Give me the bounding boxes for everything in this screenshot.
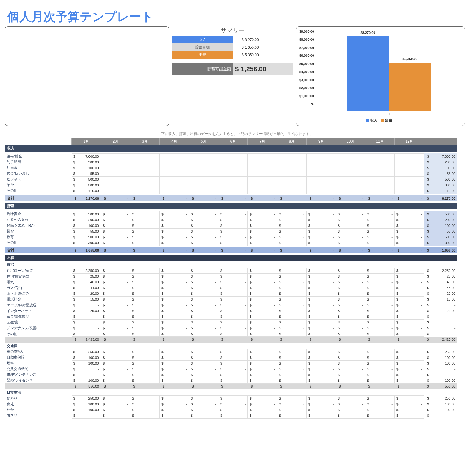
amount-cell[interactable] bbox=[101, 171, 130, 176]
amount-cell[interactable]: $- bbox=[160, 223, 189, 228]
amount-cell[interactable]: $- bbox=[307, 401, 336, 407]
amount-cell[interactable]: $- bbox=[365, 228, 394, 234]
amount-cell[interactable]: $- bbox=[160, 302, 189, 308]
amount-cell[interactable]: $- bbox=[336, 302, 365, 308]
amount-cell[interactable]: $- bbox=[365, 285, 394, 291]
amount-cell[interactable]: $44.00 bbox=[72, 285, 101, 291]
amount-cell[interactable]: $- bbox=[248, 211, 277, 217]
amount-cell[interactable] bbox=[189, 159, 218, 165]
amount-cell[interactable]: $- bbox=[130, 396, 159, 401]
amount-cell[interactable]: $- bbox=[189, 268, 218, 274]
amount-cell[interactable]: $- bbox=[101, 314, 130, 320]
amount-cell[interactable]: $- bbox=[336, 308, 365, 314]
amount-cell[interactable]: $- bbox=[218, 349, 248, 355]
amount-cell[interactable]: $- bbox=[395, 217, 424, 223]
amount-cell[interactable]: $- bbox=[277, 360, 306, 366]
amount-cell[interactable] bbox=[189, 171, 218, 176]
amount-cell[interactable]: $- bbox=[101, 331, 130, 337]
amount-cell[interactable]: $- bbox=[218, 378, 248, 383]
amount-cell[interactable]: $- bbox=[218, 234, 248, 240]
amount-cell[interactable]: $- bbox=[248, 302, 277, 308]
amount-cell[interactable]: $- bbox=[101, 407, 130, 413]
amount-cell[interactable] bbox=[277, 159, 306, 165]
amount-cell[interactable]: $- bbox=[189, 240, 218, 246]
amount-cell[interactable]: $- bbox=[395, 268, 424, 274]
amount-cell[interactable] bbox=[277, 171, 306, 176]
amount-cell[interactable] bbox=[130, 165, 159, 171]
amount-cell[interactable]: $- bbox=[189, 308, 218, 314]
amount-cell[interactable] bbox=[218, 159, 248, 165]
amount-cell[interactable]: $- bbox=[160, 285, 189, 291]
amount-cell[interactable] bbox=[160, 182, 189, 188]
amount-cell[interactable]: $- bbox=[336, 268, 365, 274]
amount-cell[interactable]: $- bbox=[218, 279, 248, 285]
amount-cell[interactable] bbox=[395, 159, 424, 165]
amount-cell[interactable] bbox=[277, 188, 306, 194]
amount-cell[interactable]: $- bbox=[101, 291, 130, 297]
amount-cell[interactable]: $- bbox=[395, 413, 424, 419]
amount-cell[interactable]: $- bbox=[218, 285, 248, 291]
amount-cell[interactable]: $- bbox=[307, 413, 336, 419]
amount-cell[interactable] bbox=[101, 153, 130, 159]
amount-cell[interactable]: $- bbox=[248, 320, 277, 325]
amount-cell[interactable]: $- bbox=[218, 274, 248, 279]
amount-cell[interactable]: $- bbox=[101, 366, 130, 372]
amount-cell[interactable]: $- bbox=[72, 314, 101, 320]
amount-cell[interactable]: $- bbox=[395, 360, 424, 366]
amount-cell[interactable]: $- bbox=[365, 366, 394, 372]
amount-cell[interactable] bbox=[277, 182, 306, 188]
amount-cell[interactable] bbox=[189, 176, 218, 182]
amount-cell[interactable]: $- bbox=[189, 372, 218, 378]
amount-cell[interactable] bbox=[160, 188, 189, 194]
amount-cell[interactable]: $- bbox=[336, 285, 365, 291]
amount-cell[interactable]: $- bbox=[307, 268, 336, 274]
amount-cell[interactable] bbox=[218, 171, 248, 176]
amount-cell[interactable] bbox=[160, 153, 189, 159]
amount-cell[interactable]: $- bbox=[336, 223, 365, 228]
amount-cell[interactable]: $- bbox=[160, 366, 189, 372]
amount-cell[interactable]: $- bbox=[130, 228, 159, 234]
amount-cell[interactable]: $- bbox=[395, 407, 424, 413]
amount-cell[interactable]: $- bbox=[130, 372, 159, 378]
amount-cell[interactable]: $500.00 bbox=[72, 211, 101, 217]
amount-cell[interactable]: $- bbox=[365, 407, 394, 413]
amount-cell[interactable]: $- bbox=[336, 372, 365, 378]
amount-cell[interactable]: $- bbox=[395, 401, 424, 407]
amount-cell[interactable]: $100.00 bbox=[72, 401, 101, 407]
amount-cell[interactable]: $- bbox=[365, 360, 394, 366]
amount-cell[interactable]: $- bbox=[248, 372, 277, 378]
amount-cell[interactable]: $- bbox=[336, 366, 365, 372]
amount-cell[interactable]: $- bbox=[365, 396, 394, 401]
amount-cell[interactable]: $- bbox=[395, 325, 424, 331]
amount-cell[interactable]: $- bbox=[189, 320, 218, 325]
amount-cell[interactable]: $- bbox=[248, 314, 277, 320]
amount-cell[interactable]: $25.00 bbox=[72, 274, 101, 279]
amount-cell[interactable]: $- bbox=[130, 223, 159, 228]
amount-cell[interactable]: $- bbox=[307, 314, 336, 320]
amount-cell[interactable]: $- bbox=[277, 279, 306, 285]
amount-cell[interactable] bbox=[336, 176, 365, 182]
amount-cell[interactable]: $- bbox=[160, 355, 189, 360]
amount-cell[interactable]: $100.00 bbox=[72, 355, 101, 360]
amount-cell[interactable]: $- bbox=[218, 297, 248, 302]
amount-cell[interactable]: $- bbox=[395, 285, 424, 291]
amount-cell[interactable]: $- bbox=[130, 211, 159, 217]
amount-cell[interactable] bbox=[101, 176, 130, 182]
amount-cell[interactable]: $- bbox=[130, 331, 159, 337]
amount-cell[interactable]: $- bbox=[365, 291, 394, 297]
amount-cell[interactable]: $- bbox=[395, 228, 424, 234]
amount-cell[interactable]: $- bbox=[336, 211, 365, 217]
amount-cell[interactable]: $- bbox=[248, 297, 277, 302]
amount-cell[interactable]: $500.00 bbox=[72, 176, 101, 182]
amount-cell[interactable] bbox=[218, 188, 248, 194]
amount-cell[interactable]: $- bbox=[277, 291, 306, 297]
amount-cell[interactable]: $- bbox=[218, 325, 248, 331]
amount-cell[interactable]: $- bbox=[277, 223, 306, 228]
amount-cell[interactable]: $- bbox=[307, 291, 336, 297]
amount-cell[interactable]: $- bbox=[130, 407, 159, 413]
amount-cell[interactable]: $- bbox=[395, 291, 424, 297]
amount-cell[interactable]: $- bbox=[307, 211, 336, 217]
amount-cell[interactable] bbox=[248, 176, 277, 182]
amount-cell[interactable]: $- bbox=[248, 325, 277, 331]
amount-cell[interactable]: $- bbox=[218, 407, 248, 413]
